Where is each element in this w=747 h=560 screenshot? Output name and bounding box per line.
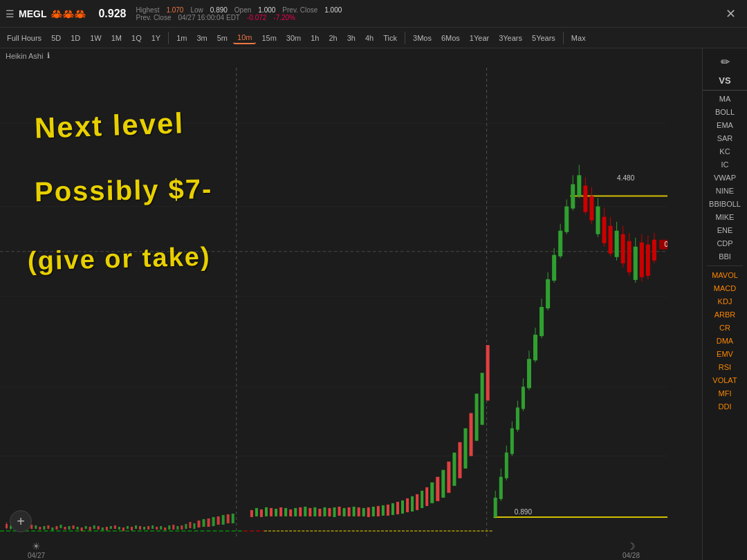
svg-rect-65 [203,519,205,527]
toolbar-btn-3min[interactable]: 3m [192,32,211,44]
ticker-area: ☰ MEGL 🦀🦀🦀 [6,8,86,19]
ticker-emoji: 🦀🦀🦀 [50,8,86,19]
toolbar-divider [405,32,405,44]
svg-rect-135 [294,508,297,516]
toolbar-btn-6mos[interactable]: 6Mos [437,32,464,44]
indicator-rsi[interactable]: RSI [703,361,747,373]
svg-rect-57 [168,525,170,530]
indicator-kdj[interactable]: KDJ [703,295,747,308]
toolbar-btn-5years[interactable]: 5Years [528,32,560,44]
indicator-macd[interactable]: MACD [703,282,747,295]
svg-rect-139 [313,507,316,516]
chart-info-icon[interactable]: ℹ [47,51,50,60]
indicator-dma[interactable]: DMA [703,335,747,347]
toolbar-btn-4h[interactable]: 4h [361,32,378,44]
indicator-cdp[interactable]: CDP [703,237,747,250]
indicator-bbiboll[interactable]: BBIBOLL [703,198,747,210]
indicator-emv[interactable]: EMV [703,348,747,360]
svg-rect-151 [372,507,375,516]
toolbar-btn-5min[interactable]: 5m [213,32,232,44]
indicator-bbi[interactable]: BBI [703,250,747,263]
toolbar-btn-15min[interactable]: 15m [257,32,280,44]
prev-close-label2: Prev. Close [282,6,317,14]
svg-rect-153 [382,505,385,516]
indicator-mavol[interactable]: MAVOL [703,269,747,281]
svg-rect-173 [486,345,490,400]
toolbar-btn-30min[interactable]: 30m [282,32,305,44]
toolbar-btn-tick[interactable]: Tick [379,32,401,44]
svg-rect-132 [279,507,282,516]
svg-rect-70 [227,514,230,523]
toolbar-btn-1q[interactable]: 1Q [127,32,146,44]
main-area: Heikin Ashi ℹ [0,48,747,560]
toolbar-btn-3years[interactable]: 3Years [495,32,526,44]
svg-rect-62 [189,522,191,528]
toolbar-btn-max[interactable]: Max [567,32,590,44]
svg-rect-166 [447,462,450,493]
svg-rect-164 [436,477,439,501]
add-button[interactable]: + [10,510,32,532]
toolbar-btn-1m[interactable]: 1M [107,32,126,44]
indicator-nine[interactable]: NINE [703,185,747,197]
toolbar-btn-10min[interactable]: 10m [233,32,256,44]
toolbar-btn-2h[interactable]: 2h [325,32,342,44]
indicator-mfi[interactable]: MFI [703,387,747,400]
toolbar-btn-1y[interactable]: 1Y [147,32,165,44]
svg-rect-157 [401,501,404,514]
svg-rect-145 [343,508,346,516]
toolbar-btn-1year[interactable]: 1Year [465,32,493,44]
svg-rect-51 [143,527,145,530]
toolbar-btn-1w[interactable]: 1W [86,32,106,44]
toolbar-btn-1min[interactable]: 1m [172,32,191,44]
indicator-arbr[interactable]: ARBR [703,308,747,321]
svg-rect-64 [197,521,200,528]
toolbar-btn-3mos[interactable]: 3Mos [409,32,436,44]
svg-rect-61 [185,524,187,529]
svg-rect-66 [208,519,210,527]
indicator-volat[interactable]: VOLAT [703,374,747,386]
indicator-vwap[interactable]: VWAP [703,171,747,184]
header: ☰ MEGL 🦀🦀🦀 0.928 Highest 1.070 Low 0.890… [0,0,747,28]
svg-rect-33 [68,526,71,530]
svg-rect-52 [147,526,149,530]
svg-rect-147 [353,507,356,516]
menu-icon[interactable]: ☰ [6,8,15,19]
indicator-kc[interactable]: KC [703,145,747,158]
prev-close-val: 1.000 [324,6,342,14]
svg-rect-165 [441,470,445,498]
svg-rect-158 [406,498,409,512]
draw-pencil-icon[interactable]: ✏ [703,51,747,73]
ticker-name[interactable]: MEGL [19,8,46,19]
indicator-mike[interactable]: MIKE [703,211,747,223]
indicator-ma[interactable]: MA [703,93,747,105]
bottom-date-axis: ☀ 04/27 ☽ 04/28 [0,539,667,560]
svg-rect-133 [284,508,287,516]
svg-rect-168 [458,442,461,478]
svg-rect-137 [304,507,306,516]
svg-rect-134 [289,510,292,516]
close-button[interactable]: ✕ [720,6,741,21]
indicator-sar[interactable]: SAR [703,132,747,144]
indicator-boll[interactable]: BOLL [703,106,747,118]
indicator-ema[interactable]: EMA [703,119,747,131]
indicator-ene[interactable]: ENE [703,224,747,236]
toolbar-btn-1h[interactable]: 1h [306,32,323,44]
toolbar-btn-1d[interactable]: 1D [66,32,84,44]
indicator-ic[interactable]: IC [703,158,747,171]
svg-rect-44 [114,525,116,529]
toolbar-btn-5d[interactable]: 5D [47,32,65,44]
toolbar-btn-3h[interactable]: 3h [343,32,360,44]
toolbar-btn-full-hours[interactable]: Full Hours [3,32,46,44]
open-val: 1.000 [258,6,275,14]
svg-rect-156 [396,502,399,514]
svg-rect-47 [127,526,129,529]
chart-container[interactable]: Heikin Ashi ℹ [0,48,702,560]
indicator-cr[interactable]: CR [703,321,747,334]
vs-button[interactable]: VS [703,73,747,91]
low-val: 0.890 [210,6,228,14]
svg-rect-31 [59,525,62,528]
svg-rect-169 [463,429,467,469]
canvas-area: 5.483 4.480 3.309 1.997 1.205 0.890 4.48… [0,68,667,539]
current-price: 0.928 [98,8,126,20]
indicator-ddi[interactable]: DDI [703,400,747,413]
